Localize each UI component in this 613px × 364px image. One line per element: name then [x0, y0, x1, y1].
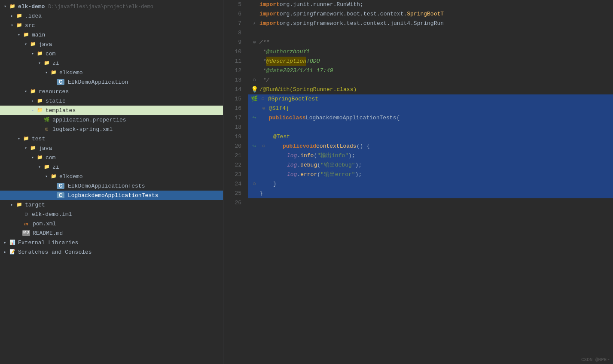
- folder-blue-icon: 📁: [43, 60, 51, 66]
- tree-item-logback-tests[interactable]: C LogbackdemoApplicationTests: [0, 191, 223, 200]
- tree-item-test[interactable]: 📁 test: [0, 134, 223, 143]
- resources-folder-icon: 📁: [29, 88, 37, 94]
- tree-item-elkdemo-app[interactable]: C ElkDemoApplication: [0, 77, 223, 87]
- tree-item-elkdemo-main[interactable]: 📁 elkdemo: [0, 68, 223, 77]
- item-label: src: [25, 22, 35, 29]
- code-line-16: ⊕ @Slf4j: [248, 104, 613, 113]
- tree-item-templates[interactable]: 📁 templates: [0, 106, 223, 115]
- item-label: zi: [52, 164, 59, 170]
- item-label: elk-demo.iml: [32, 211, 72, 218]
- folder-blue-icon: 📁: [36, 51, 44, 57]
- code-line-11: * @description TODO: [248, 57, 613, 66]
- item-label: elkdemo: [59, 173, 83, 180]
- tree-item-java-main[interactable]: 📁 java: [0, 39, 223, 49]
- lib-icon: 📊: [9, 240, 16, 246]
- expand-arrow[interactable]: [22, 89, 29, 94]
- tree-item-scratches[interactable]: 📝 Scratches and Consoles: [0, 247, 223, 257]
- expand-arrow[interactable]: [36, 164, 43, 170]
- tree-item-elkdemo-test[interactable]: 📁 elkdemo: [0, 172, 223, 181]
- props-icon: 🌿: [43, 117, 51, 123]
- pom-icon: m: [22, 221, 30, 227]
- tree-item-resources[interactable]: 📁 resources: [0, 87, 223, 96]
- tree-item-zi-test[interactable]: 📁 zi: [0, 162, 223, 172]
- item-label: com: [46, 51, 55, 57]
- expand-arrow[interactable]: [22, 146, 29, 151]
- code-line-25: }: [248, 189, 613, 198]
- tree-item-pom[interactable]: m pom.xml: [0, 219, 223, 228]
- tree-item-readme[interactable]: MD README.md: [0, 228, 223, 238]
- tree-item-elk-tests[interactable]: C ElkDemoApplicationTests: [0, 181, 223, 191]
- expand-arrow[interactable]: [9, 202, 15, 207]
- expand-arrow[interactable]: [15, 32, 22, 37]
- tree-item-iml[interactable]: ⊟ elk-demo.iml: [0, 209, 223, 219]
- folder-blue-icon: 📁: [36, 155, 44, 161]
- java-file-icon: C: [57, 192, 64, 198]
- folder-blue-icon: 📁: [29, 41, 37, 47]
- item-label: resources: [39, 88, 69, 95]
- tree-item-src[interactable]: 📁 src: [0, 21, 223, 30]
- scratch-icon: 📝: [9, 249, 16, 255]
- item-label: com: [46, 155, 55, 161]
- expand-arrow[interactable]: [2, 249, 9, 255]
- expand-arrow[interactable]: [43, 174, 50, 179]
- tree-item-com-main[interactable]: 📁 com: [0, 49, 223, 58]
- code-line-6: import org.springframework.boot.test.con…: [248, 9, 613, 19]
- tree-item-idea[interactable]: 📁 .idea: [0, 11, 223, 21]
- expand-arrow[interactable]: [29, 155, 36, 160]
- tree-item-elk-demo[interactable]: 📁 elk-demo D:\javafiles\java\project\elk…: [0, 2, 223, 11]
- iml-icon: ⊟: [22, 211, 30, 217]
- expand-arrow[interactable]: [2, 4, 9, 9]
- item-label: ElkDemoApplication: [68, 79, 128, 85]
- item-label: .idea: [25, 13, 42, 19]
- tree-item-logback-xml[interactable]: ⊞ logback-spring.xml: [0, 124, 223, 134]
- item-label: README.md: [33, 230, 63, 237]
- item-label: logback-spring.xml: [52, 126, 113, 133]
- item-label: test: [32, 136, 45, 142]
- expand-arrow[interactable]: [15, 136, 22, 141]
- code-line-7: ⚡ import org.springframework.test.contex…: [248, 19, 613, 28]
- tree-item-main[interactable]: 📁 main: [0, 30, 223, 39]
- watermark: CSDN @NPE~: [581, 357, 610, 362]
- item-label: pom.xml: [33, 221, 56, 227]
- expand-arrow[interactable]: [29, 98, 36, 103]
- file-tree[interactable]: 📁 elk-demo D:\javafiles\java\project\elk…: [0, 0, 223, 364]
- tree-item-java-test[interactable]: 📁 java: [0, 143, 223, 153]
- item-label: LogbackdemoApplicationTests: [68, 192, 159, 199]
- code-line-21: log.info("输出info");: [248, 151, 613, 161]
- folder-icon: 📁: [22, 32, 30, 38]
- folder-icon: 📁: [22, 136, 30, 142]
- item-label: static: [46, 98, 66, 104]
- expand-arrow[interactable]: [36, 61, 43, 66]
- expand-arrow[interactable]: [9, 13, 15, 18]
- tree-item-zi-main[interactable]: 📁 zi: [0, 58, 223, 68]
- expand-arrow[interactable]: [29, 51, 36, 56]
- folder-icon: 📁: [15, 202, 23, 208]
- folder-icon: 📁: [15, 22, 23, 28]
- tree-item-static[interactable]: 📁 static: [0, 96, 223, 106]
- code-line-12: * @date 2023/1/11 17:49: [248, 66, 613, 76]
- item-label: elk-demo D:\javafiles\java\project\elk-d…: [18, 3, 153, 10]
- folder-icon: 📁: [36, 98, 44, 104]
- tree-item-target[interactable]: 📁 target: [0, 200, 223, 209]
- expand-arrow[interactable]: [29, 108, 36, 113]
- folder-blue-icon: 📁: [50, 173, 58, 179]
- java-file-icon: C: [57, 183, 64, 189]
- code-line-14: 💡 /@RunWith(SpringRunner.class): [248, 85, 613, 94]
- tree-item-app-props[interactable]: 🌿 application.properties: [0, 115, 223, 124]
- line-numbers: 5 6 7 8 9 10 11 12 13 14 15 16 17 18 19 …: [223, 0, 245, 364]
- item-label: target: [25, 202, 45, 208]
- expand-arrow[interactable]: [43, 70, 50, 75]
- code-line-23: log.error("输出error");: [248, 170, 613, 179]
- code-line-10: * @author zhouYi: [248, 47, 613, 57]
- item-label: ElkDemoApplicationTests: [68, 183, 145, 189]
- code-line-19: @Test: [248, 132, 613, 142]
- tree-item-com-test[interactable]: 📁 com: [0, 153, 223, 162]
- tree-item-external-libs[interactable]: 📊 External Libraries: [0, 238, 223, 247]
- expand-arrow[interactable]: [22, 42, 29, 47]
- code-content[interactable]: import org.junit.runner.RunWith; import …: [245, 0, 613, 364]
- expand-arrow[interactable]: [2, 240, 9, 245]
- folder-blue-icon: 📁: [29, 145, 37, 151]
- code-line-20: ↪ ⊖ public void contextLoads() {: [248, 142, 613, 151]
- expand-arrow[interactable]: [9, 23, 15, 28]
- code-line-24: ⊖ }: [248, 179, 613, 189]
